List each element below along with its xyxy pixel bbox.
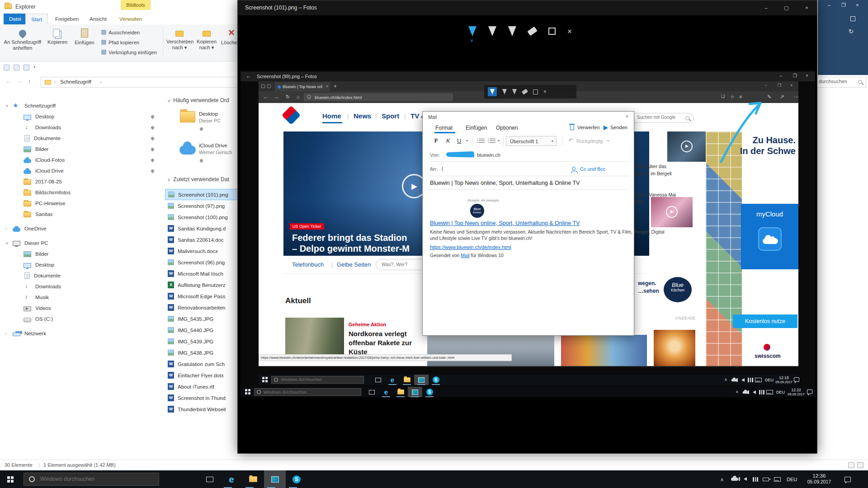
taskbar-app-edge[interactable] [221,470,242,488]
paste-button[interactable]: Einfügen [71,26,98,59]
tab-ansicht[interactable]: Ansicht [84,14,112,24]
copy-path-button[interactable]: Pfad kopieren [101,38,139,47]
taskbar-app-explorer[interactable] [393,387,408,397]
pencil-icon[interactable] [488,26,496,36]
move-to-button[interactable]: Verschiebennach ▾ [166,26,193,59]
battery-icon[interactable] [763,478,769,481]
sidebar-item-musik[interactable]: Musik [0,292,160,303]
sidebar-item-icloud-fotos[interactable]: iCloud-Fotos [0,155,160,165]
taskbar-search-input[interactable] [40,476,149,482]
paste-shortcut-button[interactable]: Verknüpfung einfügen [101,48,157,57]
up-icon[interactable]: ↑ [28,78,31,84]
highlighter-icon[interactable] [508,26,516,36]
expander-icon[interactable]: › [5,331,13,336]
onedrive-icon[interactable] [731,478,738,481]
minimize-icon[interactable]: – [828,2,830,8]
taskbar-app-task-view[interactable] [371,375,385,385]
sidebar-item-2017-08-25[interactable]: 2017-08-25 [0,176,160,187]
touch-keyboard-icon[interactable] [774,477,781,482]
taskbar-app-explorer[interactable] [242,470,264,488]
expander-icon[interactable]: ∨ [5,241,13,245]
sidebar-item-schnellzugriff[interactable]: ∨Schnellzugriff [0,100,160,111]
view-details-icon[interactable] [848,462,854,468]
cut-button[interactable]: Ausschneiden [101,28,140,37]
sidebar-item-dieser-pc[interactable]: ∨Dieser PC [0,238,160,249]
language-indicator[interactable]: DEU [787,477,797,482]
sidebar-item-downloads[interactable]: Downloads [0,281,160,292]
clip-icon[interactable] [548,28,556,35]
pin-quickaccess-button[interactable]: An Schnellzugriffanheften [3,26,42,59]
taskbar-app-photos[interactable] [264,470,286,488]
taskbar-app-skype[interactable] [422,387,437,397]
recent-files-header[interactable]: ∨Zuletzt verwendete Dat [167,176,229,183]
close-button[interactable]: × [797,0,817,15]
exit-ink-icon[interactable] [567,28,572,35]
sidebar-item-dokumente[interactable]: Dokumente [0,270,160,281]
sidebar-item-onedrive[interactable]: ›OneDrive [0,223,160,234]
search-icon[interactable] [858,80,862,84]
sidebar-item-os-c[interactable]: OS (C:) [0,314,160,324]
copy-button[interactable]: Kopieren [45,26,70,59]
web-notes-toolbar [484,85,576,99]
tab-datei[interactable]: Datei [4,14,27,24]
eraser-icon[interactable] [527,27,537,36]
sidebar-item-downloads[interactable]: Downloads [0,122,160,133]
sidebar-item-dokumente[interactable]: Dokumente [0,133,160,144]
network-icon[interactable] [753,477,758,482]
expander-icon[interactable]: › [5,226,13,231]
sidebar-item-bilder[interactable]: Bilder [0,144,160,155]
ribbon-separator [163,27,163,57]
qat-caret-icon[interactable]: ▾ [33,65,36,69]
start-button[interactable] [0,470,22,488]
ballpoint-pen-icon[interactable]: ∨ [468,26,476,36]
nav-home: Home [322,112,341,120]
tray-chevron-icon[interactable]: ∧ [720,477,724,483]
tab-verwalten[interactable]: Verwalten [114,14,148,24]
sidebar-item-videos[interactable]: Videos [0,303,160,314]
taskbar-app-task-view[interactable] [364,387,379,397]
sidebar-item-netzwerk[interactable]: ›Netzwerk [0,328,160,339]
maximize-button[interactable]: ▢ [776,0,797,15]
taskbar-search[interactable] [24,473,159,486]
refresh-icon[interactable]: ↻ [849,28,854,35]
qat-icon-2[interactable] [14,65,19,70]
taskbar-app-edge[interactable] [385,375,400,385]
view-thumbnails-icon[interactable] [857,462,863,468]
restore-icon[interactable]: ❐ [841,2,846,8]
window-icon[interactable] [850,16,855,21]
sidebar-item-bildschirmfotos[interactable]: Bildschirmfotos [0,187,160,198]
tab-freigeben[interactable]: Freigeben [50,14,84,24]
taskbar-app-photos[interactable] [414,375,429,385]
breadcrumb-location[interactable]: Schnellzugriff [60,79,91,84]
frequent-folders-header[interactable]: ∨Häufig verwendete Ord [167,97,229,103]
taskbar-app-edge[interactable] [379,387,393,397]
qat-icon-1[interactable] [4,65,9,70]
sidebar-item-bilder[interactable]: Bilder [0,249,160,259]
clock[interactable]: 12:3605.09.2017 [803,473,835,484]
copy-to-button[interactable]: Kopierennach ▾ [194,26,219,59]
forward-icon[interactable]: → [16,78,22,84]
close-icon[interactable]: × [856,2,859,8]
photos-titlebar[interactable]: Screenshot (101).png – Fotos – ▢ × [238,0,817,15]
sidebar-item-desktop[interactable]: Desktop [0,111,160,122]
expander-icon[interactable]: ∨ [5,103,13,108]
tab-start[interactable]: Start [25,14,48,24]
word-file-icon [168,361,174,367]
action-center-icon[interactable] [844,477,851,482]
sidebar-item-sanitas[interactable]: Sanitas [0,209,160,220]
taskbar-app-task-view[interactable] [199,470,221,488]
taskbar-app-explorer[interactable] [400,375,414,385]
sidebar-item-icloud-drive[interactable]: iCloud Drive [0,165,160,176]
explorer-search-input[interactable] [819,79,859,84]
sidebar-item-pc-hinweise[interactable]: PC-Hinweise [0,198,160,209]
taskbar-app-skype[interactable] [286,470,307,488]
minimize-button[interactable]: – [756,0,776,15]
qat-icon-3[interactable] [24,65,29,70]
word-file-icon [168,270,174,277]
taskbar-app-skype[interactable] [429,375,443,385]
contextual-tab-bildtools[interactable]: Bildtools [121,0,151,10]
volume-icon[interactable] [744,477,747,481]
back-icon[interactable]: ← [5,78,11,84]
sidebar-item-desktop[interactable]: Desktop [0,259,160,270]
taskbar-app-photos[interactable] [408,387,422,397]
